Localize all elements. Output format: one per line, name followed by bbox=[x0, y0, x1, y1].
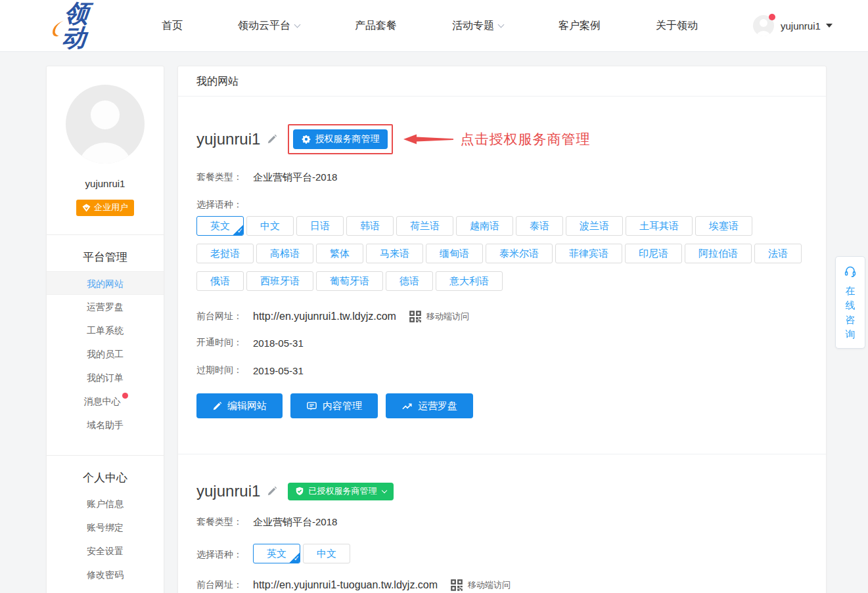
main-panel: 我的网站 yujunrui1 bbox=[177, 66, 827, 593]
language-label: 土耳其语 bbox=[639, 220, 679, 231]
language-button[interactable]: 意大利语 bbox=[436, 271, 503, 291]
language-button[interactable]: 法语 bbox=[754, 244, 802, 263]
nav-item[interactable]: 首页 bbox=[162, 19, 183, 33]
language-label: 印尼语 bbox=[639, 248, 668, 259]
site-name: yujunrui1 bbox=[196, 482, 260, 500]
user-name: yujunrui1 bbox=[781, 20, 821, 32]
badge-label: 企业用户 bbox=[94, 202, 128, 213]
language-button[interactable]: 老挝语 bbox=[196, 244, 254, 263]
nav-item-label: 首页 bbox=[162, 19, 183, 33]
sidebar-item[interactable]: 账号绑定 bbox=[47, 516, 164, 539]
language-button[interactable]: 英文 bbox=[253, 544, 300, 563]
sidebar-item[interactable]: 安全设置 bbox=[47, 539, 164, 563]
language-label: 西班牙语 bbox=[260, 275, 300, 286]
sidebar-section-personal: 个人中心 账户信息 账号绑定 安全设置 修改密码 bbox=[47, 455, 164, 586]
language-button[interactable]: 西班牙语 bbox=[246, 271, 313, 291]
nav-item-label: 领动云平台 bbox=[238, 19, 290, 33]
unread-dot bbox=[122, 393, 128, 399]
mobile-qr[interactable]: 移动端访问 bbox=[408, 309, 469, 324]
section-title: 平台管理 bbox=[47, 244, 164, 271]
language-button[interactable]: 土耳其语 bbox=[626, 216, 693, 236]
annotation-arrow bbox=[402, 133, 453, 145]
nav-item[interactable]: 客户案例 bbox=[559, 19, 601, 33]
sidebar-item[interactable]: 账户信息 bbox=[47, 492, 164, 516]
sidebar-item[interactable]: 修改密码 bbox=[47, 563, 164, 586]
language-label: 荷兰语 bbox=[410, 220, 440, 231]
nav-item[interactable]: 领动云平台 bbox=[238, 19, 300, 33]
authorize-provider-button[interactable]: 授权服务商管理 bbox=[293, 129, 388, 149]
nav-item[interactable]: 关于领动 bbox=[656, 19, 698, 33]
content-manage-button[interactable]: 内容管理 bbox=[290, 393, 378, 418]
language-button[interactable]: 高棉语 bbox=[256, 244, 313, 263]
language-button[interactable]: 韩语 bbox=[346, 216, 394, 236]
open-date-label: 开通时间： bbox=[196, 337, 253, 349]
site-divider bbox=[178, 454, 826, 454]
language-label: 英文 bbox=[267, 548, 286, 559]
language-list: 英文中文 bbox=[253, 544, 353, 563]
language-button[interactable]: 荷兰语 bbox=[396, 216, 453, 236]
language-label: 马来语 bbox=[380, 248, 409, 259]
edit-site-name-icon[interactable] bbox=[267, 486, 277, 496]
language-button[interactable]: 中文 bbox=[246, 216, 294, 236]
language-button[interactable]: 菲律宾语 bbox=[555, 244, 622, 263]
user-menu[interactable]: yujunrui1 bbox=[753, 15, 833, 36]
site-block-2: yujunrui1 已授权服务商管理 bbox=[196, 482, 808, 593]
language-label: 葡萄牙语 bbox=[330, 275, 369, 286]
content-manage-label: 内容管理 bbox=[323, 400, 362, 412]
language-button[interactable]: 阿拉伯语 bbox=[685, 244, 752, 263]
sidebar-item[interactable]: 工单系统 bbox=[47, 318, 164, 342]
sidebar-item[interactable]: 我的网站 bbox=[47, 271, 164, 295]
enterprise-user-badge: 企业用户 bbox=[76, 200, 134, 216]
language-label: 俄语 bbox=[210, 275, 230, 286]
sidebar-item-label: 运营罗盘 bbox=[87, 301, 124, 312]
language-button[interactable]: 埃塞语 bbox=[695, 216, 752, 236]
language-button[interactable]: 泰米尔语 bbox=[486, 244, 553, 263]
mobile-qr[interactable]: 移动端访问 bbox=[449, 578, 511, 592]
site-url-link[interactable]: http://en.yujunrui1.tw.ldyjz.com bbox=[253, 311, 396, 322]
plan-type-value: 企业营销平台-2018 bbox=[253, 171, 337, 184]
language-label: 日语 bbox=[310, 220, 330, 231]
sidebar-item[interactable]: 域名助手 bbox=[47, 413, 164, 437]
language-button[interactable]: 越南语 bbox=[456, 216, 513, 236]
chevron-down-icon bbox=[382, 487, 387, 493]
nav-item[interactable]: 活动专题 bbox=[452, 19, 503, 33]
language-button[interactable]: 俄语 bbox=[196, 271, 244, 291]
language-button[interactable]: 英文 bbox=[196, 216, 244, 236]
sidebar-item[interactable]: 运营罗盘 bbox=[47, 295, 164, 318]
operation-compass-button[interactable]: 运营罗盘 bbox=[386, 393, 473, 418]
sidebar-item-label: 消息中心 bbox=[84, 396, 121, 406]
sidebar-item[interactable]: 我的员工 bbox=[47, 342, 164, 366]
language-button[interactable]: 德语 bbox=[386, 271, 433, 291]
sidebar: yujunrui1 企业用户 平台管理 我的网站 运营 bbox=[46, 66, 164, 593]
sidebar-item[interactable]: 消息中心 bbox=[47, 389, 164, 413]
language-button[interactable]: 日语 bbox=[296, 216, 344, 236]
site-name: yujunrui1 bbox=[196, 130, 260, 148]
authorized-provider-button[interactable]: 已授权服务商管理 bbox=[288, 483, 394, 500]
annotation-highlight-box: 授权服务商管理 bbox=[288, 124, 393, 154]
language-button[interactable]: 马来语 bbox=[366, 244, 423, 263]
edit-site-button[interactable]: 编辑网站 bbox=[196, 393, 283, 418]
gear-icon bbox=[302, 135, 311, 144]
language-button[interactable]: 波兰语 bbox=[566, 216, 623, 236]
edit-site-name-icon[interactable] bbox=[267, 134, 277, 144]
online-consult-widget[interactable]: 在线咨询 bbox=[835, 256, 865, 349]
language-button[interactable]: 印尼语 bbox=[625, 244, 682, 263]
language-button[interactable]: 繁体 bbox=[316, 244, 363, 263]
language-button[interactable]: 中文 bbox=[303, 544, 350, 563]
nav-item[interactable]: 产品套餐 bbox=[355, 19, 397, 33]
content-icon bbox=[306, 401, 317, 412]
sidebar-item[interactable]: 我的订单 bbox=[47, 366, 164, 389]
language-label: 缅甸语 bbox=[440, 248, 469, 259]
sidebar-item-label: 安全设置 bbox=[87, 546, 124, 556]
leadong-logo[interactable]: 领动 bbox=[49, 1, 99, 50]
plan-type-label: 套餐类型： bbox=[196, 516, 253, 528]
open-date-value: 2018-05-31 bbox=[253, 338, 304, 349]
expire-date-value: 2019-05-31 bbox=[253, 365, 304, 376]
vip-diamond-icon bbox=[82, 204, 91, 212]
language-button[interactable]: 缅甸语 bbox=[426, 244, 483, 263]
avatar bbox=[66, 85, 145, 164]
language-button[interactable]: 葡萄牙语 bbox=[316, 271, 383, 291]
language-select-label: 选择语种： bbox=[196, 199, 808, 211]
language-button[interactable]: 泰语 bbox=[516, 216, 563, 236]
site-url-link[interactable]: http://en.yujunrui1-tuoguan.tw.ldyjz.com bbox=[253, 579, 438, 591]
